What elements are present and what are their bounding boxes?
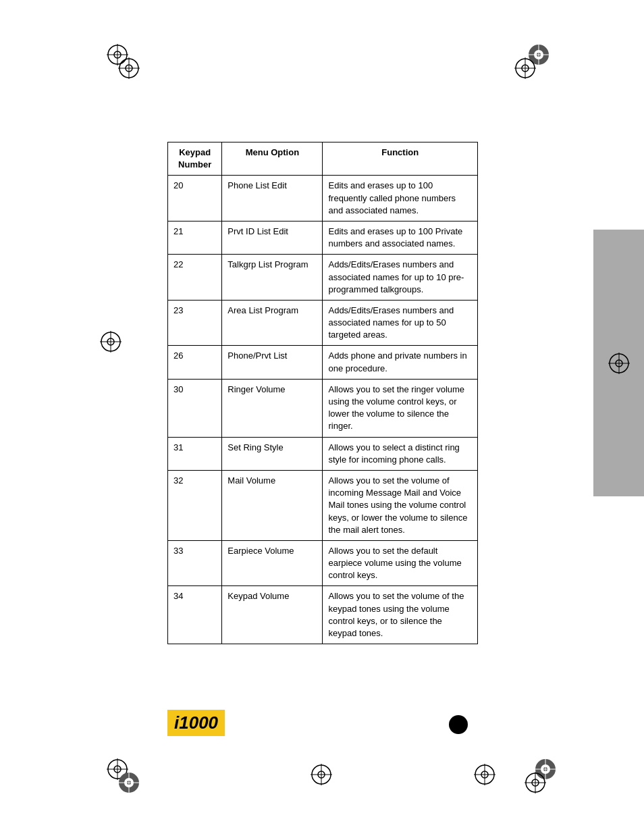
reg-mark-left-mid bbox=[100, 331, 122, 353]
cell-function-5: Allows you to set the ringer volume usin… bbox=[323, 379, 478, 437]
col-header-menu: Menu Option bbox=[222, 142, 323, 176]
table-row: 31Set Ring StyleAllows you to select a d… bbox=[168, 437, 478, 470]
table-row: 22Talkgrp List ProgramAdds/Edits/Erases … bbox=[168, 255, 478, 301]
table-row: 30Ringer VolumeAllows you to set the rin… bbox=[168, 379, 478, 437]
table-row: 20Phone List EditEdits and erases up to … bbox=[168, 176, 478, 221]
cell-function-3: Adds/Edits/Erases numbers and associated… bbox=[323, 300, 478, 346]
reg-mark-sidebar bbox=[608, 353, 630, 374]
cell-function-0: Edits and erases up to 100 frequently ca… bbox=[323, 176, 478, 221]
cell-menu-1: Prvt ID List Edit bbox=[222, 221, 323, 254]
branding-box: i1000 bbox=[167, 710, 225, 736]
cell-menu-7: Mail Volume bbox=[222, 470, 323, 540]
cell-function-8: Allows you to set the default earpiece v… bbox=[323, 540, 478, 586]
cell-menu-9: Keypad Volume bbox=[222, 586, 323, 644]
reg-mark-bottom-right-mid bbox=[474, 764, 495, 785]
col-header-function: Function bbox=[323, 142, 478, 176]
cell-function-6: Allows you to select a distinct ring sty… bbox=[323, 437, 478, 470]
cell-menu-0: Phone List Edit bbox=[222, 176, 323, 221]
branding-area: i1000 bbox=[167, 710, 225, 736]
table-row: 34Keypad VolumeAllows you to set the vol… bbox=[168, 586, 478, 644]
table-row: 32Mail VolumeAllows you to set the volum… bbox=[168, 470, 478, 540]
cell-menu-2: Talkgrp List Program bbox=[222, 255, 323, 301]
data-table: Keypad Number Menu Option Function 20Pho… bbox=[167, 142, 478, 644]
cell-menu-8: Earpiece Volume bbox=[222, 540, 323, 586]
reg-mark-top-right-inner bbox=[514, 57, 536, 79]
cell-menu-3: Area List Program bbox=[222, 300, 323, 346]
cell-keypad-3: 23 bbox=[168, 300, 222, 346]
data-table-container: Keypad Number Menu Option Function 20Pho… bbox=[167, 142, 478, 644]
cell-keypad-8: 33 bbox=[168, 540, 222, 586]
reg-mark-bottom-right-inner bbox=[525, 772, 546, 793]
reg-mark-bottom-center bbox=[311, 764, 332, 785]
table-row: 23Area List ProgramAdds/Edits/Erases num… bbox=[168, 300, 478, 346]
reg-mark-bottom-left-inner bbox=[118, 772, 140, 793]
page: Keypad Number Menu Option Function 20Pho… bbox=[0, 0, 644, 834]
table-row: 26Phone/Prvt ListAdds phone and private … bbox=[168, 346, 478, 379]
cell-keypad-9: 34 bbox=[168, 586, 222, 644]
cell-function-4: Adds phone and private numbers in one pr… bbox=[323, 346, 478, 379]
cell-menu-5: Ringer Volume bbox=[222, 379, 323, 437]
sidebar-strip bbox=[593, 230, 644, 496]
cell-keypad-5: 30 bbox=[168, 379, 222, 437]
cell-menu-4: Phone/Prvt List bbox=[222, 346, 323, 379]
cell-menu-6: Set Ring Style bbox=[222, 437, 323, 470]
cell-keypad-7: 32 bbox=[168, 470, 222, 540]
black-circle-decoration bbox=[449, 715, 468, 734]
cell-keypad-2: 22 bbox=[168, 255, 222, 301]
cell-function-1: Edits and erases up to 100 Private numbe… bbox=[323, 221, 478, 254]
col-header-keypad: Keypad Number bbox=[168, 142, 222, 176]
cell-keypad-6: 31 bbox=[168, 437, 222, 470]
cell-function-9: Allows you to set the volume of the keyp… bbox=[323, 586, 478, 644]
cell-keypad-1: 21 bbox=[168, 221, 222, 254]
cell-keypad-4: 26 bbox=[168, 346, 222, 379]
cell-function-2: Adds/Edits/Erases numbers and associated… bbox=[323, 255, 478, 301]
table-row: 21Prvt ID List EditEdits and erases up t… bbox=[168, 221, 478, 254]
table-row: 33Earpiece VolumeAllows you to set the d… bbox=[168, 540, 478, 586]
reg-mark-top-left-inner bbox=[118, 57, 140, 79]
cell-keypad-0: 20 bbox=[168, 176, 222, 221]
branding-text: i1000 bbox=[174, 712, 218, 733]
cell-function-7: Allows you to set the volume of incoming… bbox=[323, 470, 478, 540]
